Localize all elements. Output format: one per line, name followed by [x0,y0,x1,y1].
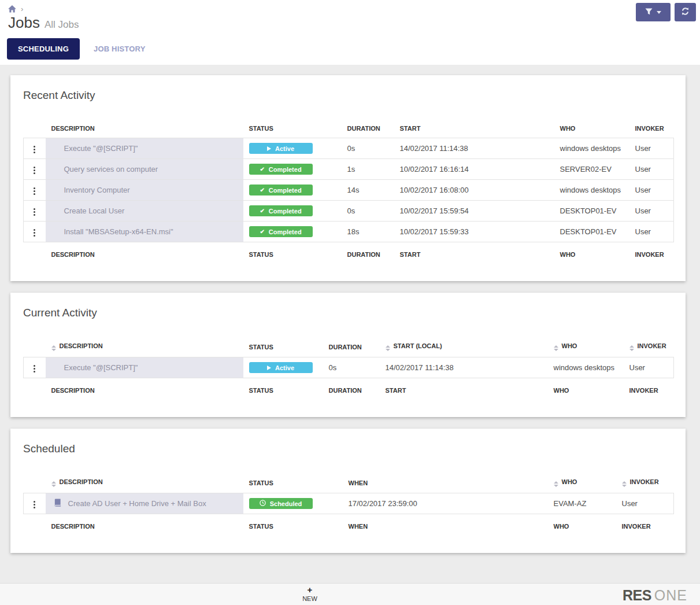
check-icon: ✔ [260,187,264,193]
bottom-bar: + NEW RESONE [0,583,700,605]
cell-invoker: User [629,201,674,222]
check-icon: ✔ [260,229,264,235]
page-title-main: Jobs [8,14,40,31]
cell-who: SERVER02-EV [554,159,629,180]
row-menu-button[interactable] [30,361,39,376]
row-menu-button[interactable] [30,497,39,512]
plus-icon: + [302,586,317,594]
status-badge: ✔Completed [249,164,313,175]
logo-one: ONE [654,587,687,603]
footer-col-duration: DURATION [342,242,394,259]
col-duration: DURATION [323,339,380,357]
table-row[interactable]: Query services on computer ✔Completed 1s… [24,159,674,180]
table-row[interactable]: Install "MBSASetup-x64-EN.msi" ✔Complete… [24,222,674,242]
col-invoker: INVOKER [629,121,674,138]
footer-col-status: STATUS [243,514,343,530]
cell-description: Inventory Computer [46,180,243,201]
home-icon[interactable] [8,5,16,13]
cell-invoker: User [629,138,674,159]
section-title-scheduled: Scheduled [23,442,674,455]
status-badge: Active [249,143,313,154]
scheduled-table: DESCRIPTION STATUS WHEN WHO INVOKER [23,475,674,530]
col-status: STATUS [243,475,343,493]
table-row[interactable]: Execute "@[SCRIPT]" Active 0s 14/02/2017… [24,357,674,378]
filter-button[interactable] [636,3,671,21]
table-row[interactable]: Execute "@[SCRIPT]" Active 0s 14/02/2017… [24,138,674,159]
row-menu-button[interactable] [30,205,39,219]
book-icon [53,499,62,508]
sort-icon [629,345,634,351]
col-who[interactable]: WHO [548,339,624,357]
refresh-icon [681,7,690,17]
footer-col-start: START [380,378,548,394]
cell-invoker: User [629,222,674,242]
col-description[interactable]: DESCRIPTION [46,339,243,357]
col-who[interactable]: WHO [548,475,616,493]
col-invoker[interactable]: INVOKER [616,475,674,493]
footer-col-description: DESCRIPTION [46,242,243,259]
row-menu-button[interactable] [30,184,39,198]
tab-scheduling[interactable]: SCHEDULING [7,38,80,60]
footer-col-who: WHO [548,378,624,394]
recent-activity-panel: Recent Activity DESCRIPTION STATUS DURAT… [10,75,686,281]
col-invoker[interactable]: INVOKER [624,339,674,357]
new-button[interactable]: + NEW [299,585,321,603]
page-title-sub: All Jobs [45,19,79,30]
cell-who: windows desktops [554,180,629,201]
cell-description: Install "MBSASetup-x64-EN.msi" [46,222,243,242]
cell-who: windows desktops [548,357,624,378]
table-row[interactable]: Inventory Computer ✔Completed 14s 10/02/… [24,180,674,201]
breadcrumb-separator: › [21,5,23,13]
col-start-local[interactable]: START (LOCAL) [380,339,548,357]
col-when: WHEN [343,475,548,493]
col-description[interactable]: DESCRIPTION [46,475,243,493]
chevron-down-icon [657,11,661,14]
table-row[interactable]: Create AD User + Home Drive + Mail Box S… [24,493,674,514]
cell-start: 10/02/2017 16:16:14 [394,159,554,180]
cell-duration: 18s [342,222,394,242]
col-status: STATUS [243,121,342,138]
cell-start: 10/02/2017 15:59:33 [394,222,554,242]
row-menu-button[interactable] [30,142,39,157]
clock-icon [260,500,266,507]
res-one-logo: RESONE [623,587,687,604]
table-footer-row: DESCRIPTION STATUS WHEN WHO INVOKER [24,514,674,530]
check-icon: ✔ [260,167,264,172]
breadcrumb: › [0,0,700,13]
cell-description: Query services on computer [46,159,243,180]
cell-who: EVAM-AZ [548,493,616,514]
footer-col-status: STATUS [243,242,342,259]
cell-invoker: User [629,180,674,201]
cell-start: 14/02/2017 11:14:38 [380,357,548,378]
cell-duration: 14s [342,180,394,201]
status-badge: ✔Completed [249,185,313,195]
footer-col-invoker: INVOKER [624,378,674,394]
cell-duration: 0s [342,138,394,159]
table-header-row: DESCRIPTION STATUS DURATION START WHO IN… [24,121,674,138]
col-description: DESCRIPTION [46,121,243,138]
footer-col-who: WHO [548,514,616,530]
footer-col-invoker: INVOKER [629,242,674,259]
footer-col-duration: DURATION [323,378,380,394]
col-start: START [394,121,554,138]
cell-duration: 1s [342,159,394,180]
recent-activity-table: DESCRIPTION STATUS DURATION START WHO IN… [23,121,674,258]
row-menu-button[interactable] [30,226,39,240]
cell-description: Execute "@[SCRIPT]" [46,138,243,159]
logo-res: RES [623,587,651,603]
tab-bar: SCHEDULING JOB HISTORY [7,38,700,60]
sort-icon [622,481,627,487]
row-menu-button[interactable] [30,163,39,178]
tab-job-history[interactable]: JOB HISTORY [94,38,146,60]
cell-invoker: User [629,159,674,180]
table-row[interactable]: Create Local User ✔Completed 0s 10/02/20… [24,201,674,222]
top-actions [636,3,696,21]
status-badge: Active [249,362,313,373]
page-header: › JobsAll Jobs SCHEDULING JOB HISTORY [0,0,700,65]
cell-when: 17/02/2017 23:59:00 [343,493,548,514]
sort-icon [51,345,56,351]
current-activity-panel: Current Activity DESCRIPTION STATUS DURA… [10,293,686,417]
section-title-recent: Recent Activity [23,89,674,102]
refresh-button[interactable] [675,3,696,21]
table-header-row: DESCRIPTION STATUS WHEN WHO INVOKER [24,475,674,493]
